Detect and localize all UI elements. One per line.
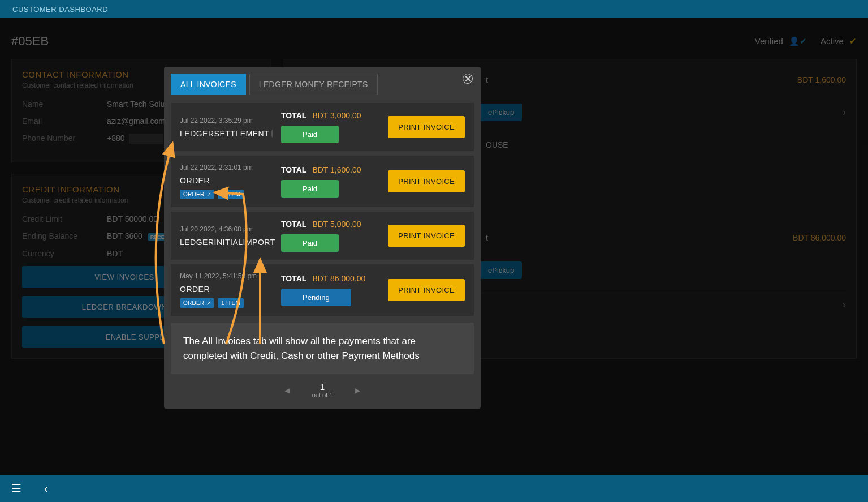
annotation-callout: The All Invoices tab will show all the p…: [171, 323, 474, 374]
invoices-modal: ✕ ALL INVOICES LEDGER MONEY RECEIPTS Jul…: [164, 67, 481, 409]
invoice-total-value: BDT 5,000.00: [312, 220, 361, 229]
invoice-status: Pending: [281, 289, 351, 306]
menu-icon[interactable]: ☰: [11, 482, 21, 495]
invoice-type: ORDER: [180, 176, 273, 185]
invoice-type: LEDGERSETTLEMENT: [180, 129, 273, 138]
invoice-total-label: TOTAL: [281, 111, 306, 120]
print-invoice-button[interactable]: PRINT INVOICE: [388, 279, 465, 301]
invoice-item: Jul 22 2022, 3:35:29 pmLEDGERSETTLEMENTT…: [171, 103, 474, 151]
tab-ledger-receipts[interactable]: LEDGER MONEY RECEIPTS: [249, 74, 378, 95]
pager-page: 1: [312, 382, 333, 392]
invoice-total-label: TOTAL: [281, 165, 306, 174]
top-bar-title: CUSTOMER DASHBOARD: [12, 5, 108, 14]
invoice-total-label: TOTAL: [281, 220, 306, 229]
invoice-item: Jul 22 2022, 2:31:01 pmORDERORDER ↗1 ITE…: [171, 156, 474, 207]
invoice-date: May 11 2022, 5:41:59 pm: [180, 272, 273, 280]
invoice-status: Paid: [281, 126, 339, 143]
print-invoice-button[interactable]: PRINT INVOICE: [388, 225, 465, 247]
invoice-date: Jul 22 2022, 3:35:29 pm: [180, 117, 273, 125]
invoice-type: ORDER: [180, 285, 273, 294]
back-icon[interactable]: ‹: [44, 482, 48, 495]
invoice-badge[interactable]: 1 ITEM: [218, 190, 244, 199]
invoice-item: Jul 20 2022, 4:36:08 pmLEDGERINITIALIMPO…: [171, 212, 474, 260]
print-invoice-button[interactable]: PRINT INVOICE: [388, 116, 465, 138]
invoice-status: Paid: [281, 180, 339, 198]
pager-display: 1 out of 1: [312, 382, 333, 398]
invoice-date: Jul 20 2022, 4:36:08 pm: [180, 225, 273, 233]
invoice-type: LEDGERINITIALIMPORT: [180, 238, 273, 247]
invoice-status: Paid: [281, 234, 339, 252]
invoice-date: Jul 22 2022, 2:31:01 pm: [180, 164, 273, 171]
invoice-badge[interactable]: ORDER ↗: [180, 190, 214, 199]
bottom-bar: ☰ ‹: [0, 475, 868, 502]
pager-prev-icon[interactable]: ◀: [284, 387, 290, 394]
invoice-badge[interactable]: ORDER ↗: [180, 298, 214, 308]
invoice-total-value: BDT 3,000.00: [312, 111, 361, 120]
close-icon[interactable]: ✕: [463, 74, 473, 84]
invoice-total-value: BDT 1,600.00: [312, 165, 361, 174]
tab-all-invoices[interactable]: ALL INVOICES: [171, 74, 246, 95]
pager-total: out of 1: [312, 392, 333, 398]
invoice-list: Jul 22 2022, 3:35:29 pmLEDGERSETTLEMENTT…: [171, 103, 474, 316]
modal-tabs: ALL INVOICES LEDGER MONEY RECEIPTS: [171, 74, 474, 95]
invoice-item: May 11 2022, 5:41:59 pmORDERORDER ↗1 ITE…: [171, 264, 474, 316]
pager: ◀ 1 out of 1 ▶: [171, 374, 474, 402]
invoice-badge[interactable]: 1 ITEM: [218, 298, 244, 308]
top-bar: CUSTOMER DASHBOARD: [0, 0, 868, 18]
info-icon[interactable]: [271, 130, 273, 138]
pager-next-icon[interactable]: ▶: [355, 387, 360, 394]
invoice-total-label: TOTAL: [281, 274, 306, 283]
invoice-total-value: BDT 86,000.00: [312, 274, 365, 283]
print-invoice-button[interactable]: PRINT INVOICE: [388, 170, 465, 192]
